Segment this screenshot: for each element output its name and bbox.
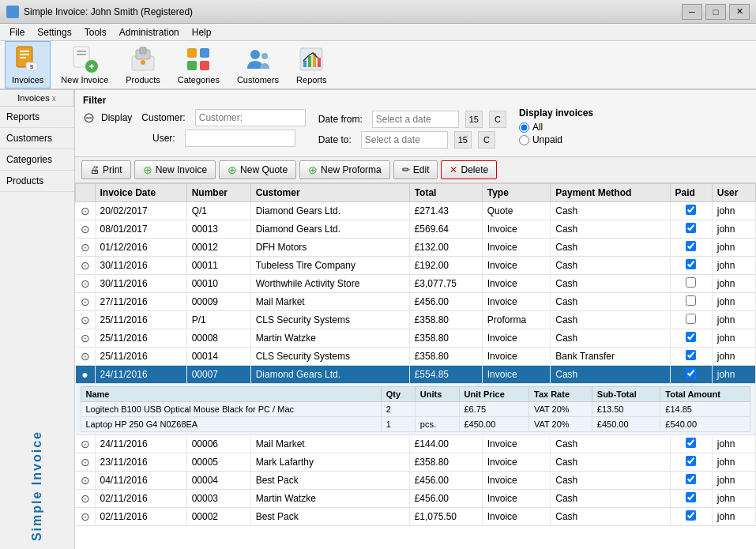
invoice-paid[interactable] [670, 490, 712, 508]
table-row[interactable]: ● 24/11/2016 00007 Diamond Gears Ltd. £5… [76, 366, 756, 384]
expand-cell[interactable]: ⊙ [76, 348, 96, 366]
table-row[interactable]: ⊙ 24/11/2016 00006 Mail Market £144.00 I… [76, 435, 756, 453]
expand-icon[interactable]: ⊙ [81, 314, 90, 326]
table-row[interactable]: ⊙ 30/11/2016 00010 Worthwhile Activity S… [76, 275, 756, 293]
sidebar-item-categories[interactable]: Categories [0, 149, 74, 171]
paid-checkbox[interactable] [686, 241, 696, 251]
invoice-paid[interactable] [670, 329, 712, 348]
invoice-paid[interactable] [670, 508, 712, 526]
expand-icon[interactable]: ⊙ [81, 259, 90, 272]
edit-button[interactable]: ✏ Edit [393, 160, 438, 179]
close-button[interactable]: ✕ [729, 4, 750, 20]
delete-button[interactable]: ✕ Delete [441, 160, 497, 179]
invoice-paid[interactable] [670, 366, 712, 384]
date-to-calendar-btn[interactable]: 15 [454, 131, 472, 149]
table-row[interactable]: ⊙ 25/11/2016 00014 CLS Security Systems … [76, 348, 756, 366]
expand-icon[interactable]: ⊙ [81, 295, 90, 308]
expand-cell[interactable]: ⊙ [76, 293, 96, 311]
table-row[interactable]: ⊙ 30/11/2016 00011 Tubeless Tire Company… [76, 257, 756, 275]
maximize-button[interactable]: □ [705, 4, 726, 20]
expand-icon[interactable]: ● [81, 368, 88, 381]
menu-administration[interactable]: Administration [113, 25, 186, 39]
invoice-paid[interactable] [670, 453, 712, 472]
expand-icon[interactable]: ⊙ [81, 241, 90, 254]
expand-icon[interactable]: ⊙ [81, 474, 90, 487]
sidebar-tab-invoices[interactable]: Invoices x [0, 90, 74, 106]
date-from-clear-btn[interactable]: C [489, 111, 506, 128]
table-row[interactable]: ⊙ 02/11/2016 00003 Martin Watzke £456.00… [76, 490, 756, 508]
paid-checkbox[interactable] [686, 492, 696, 502]
invoice-paid[interactable] [670, 472, 712, 490]
close-tab-icon[interactable]: x [52, 94, 56, 103]
paid-checkbox[interactable] [686, 510, 696, 521]
invoice-paid[interactable] [670, 239, 712, 257]
table-row[interactable]: ⊙ 08/01/2017 00013 Diamond Gears Ltd. £5… [76, 220, 756, 239]
radio-unpaid[interactable] [519, 135, 529, 145]
expand-cell[interactable]: ⊙ [76, 239, 96, 257]
sidebar-item-customers[interactable]: Customers [0, 128, 74, 149]
expand-cell[interactable]: ⊙ [76, 508, 96, 526]
table-row[interactable]: ⊙ 25/11/2016 P/1 CLS Security Systems £3… [76, 311, 756, 329]
display-toggle-arrow[interactable]: ⊖ [83, 109, 95, 126]
date-to-clear-btn[interactable]: C [478, 131, 495, 149]
table-row[interactable]: ⊙ 20/02/2017 Q/1 Diamond Gears Ltd. £271… [76, 202, 756, 220]
date-to-input[interactable] [361, 131, 448, 149]
sidebar-item-products[interactable]: Products [0, 171, 74, 192]
new-quote-button[interactable]: ⊕ New Quote [219, 160, 296, 179]
invoice-paid[interactable] [670, 202, 712, 220]
paid-checkbox[interactable] [686, 438, 696, 448]
expand-cell[interactable]: ⊙ [76, 202, 96, 220]
expand-cell[interactable]: ⊙ [76, 257, 96, 275]
sidebar-item-reports[interactable]: Reports [0, 107, 74, 128]
date-from-calendar-btn[interactable]: 15 [465, 111, 483, 128]
paid-checkbox[interactable] [686, 277, 696, 288]
paid-checkbox[interactable] [686, 223, 696, 233]
paid-checkbox[interactable] [686, 368, 696, 378]
toolbar-invoices[interactable]: $ Invoices [5, 41, 51, 88]
invoice-paid[interactable] [670, 257, 712, 275]
invoice-paid[interactable] [670, 220, 712, 239]
table-row[interactable]: ⊙ 04/11/2016 00004 Best Pack £456.00 Inv… [76, 472, 756, 490]
invoice-paid[interactable] [670, 311, 712, 329]
expand-cell[interactable]: ⊙ [76, 472, 96, 490]
toolbar-reports[interactable]: Reports [289, 41, 334, 88]
toolbar-customers[interactable]: Customers [230, 41, 286, 88]
expand-cell[interactable]: ⊙ [76, 220, 96, 239]
expand-icon[interactable]: ⊙ [81, 223, 90, 235]
expand-cell[interactable]: ⊙ [76, 275, 96, 293]
invoice-paid[interactable] [670, 275, 712, 293]
expand-cell[interactable]: ⊙ [76, 311, 96, 329]
expand-icon[interactable]: ⊙ [81, 205, 90, 217]
toolbar-new-invoice[interactable]: New Invoice [54, 41, 115, 88]
table-row[interactable]: ⊙ 02/11/2016 00002 Best Pack £1,075.50 I… [76, 508, 756, 526]
radio-all[interactable] [519, 122, 529, 133]
customer-input[interactable] [195, 109, 306, 126]
expand-icon[interactable]: ⊙ [81, 510, 90, 523]
expand-cell[interactable]: ⊙ [76, 490, 96, 508]
new-proforma-button[interactable]: ⊕ New Proforma [299, 160, 390, 179]
expand-cell[interactable]: ⊙ [76, 435, 96, 453]
table-row[interactable]: ⊙ 23/11/2016 00005 Mark Lafarthy £358.80… [76, 453, 756, 472]
paid-checkbox[interactable] [686, 295, 696, 306]
toolbar-categories[interactable]: Categories [171, 41, 227, 88]
invoice-paid[interactable] [670, 293, 712, 311]
expand-icon[interactable]: ⊙ [81, 277, 90, 290]
paid-checkbox[interactable] [686, 350, 696, 360]
paid-checkbox[interactable] [686, 474, 696, 484]
print-button[interactable]: 🖨 Print [81, 160, 131, 179]
toolbar-products[interactable]: Products [118, 41, 167, 88]
expand-cell[interactable]: ● [76, 366, 96, 384]
invoice-paid[interactable] [670, 348, 712, 366]
paid-checkbox[interactable] [686, 332, 696, 342]
paid-checkbox[interactable] [686, 314, 696, 324]
menu-settings[interactable]: Settings [31, 25, 77, 39]
new-invoice-button[interactable]: ⊕ New Invoice [134, 160, 216, 179]
expand-icon[interactable]: ⊙ [81, 492, 90, 505]
paid-checkbox[interactable] [686, 205, 696, 215]
table-row[interactable]: ⊙ 01/12/2016 00012 DFH Motors £132.00 In… [76, 239, 756, 257]
expand-icon[interactable]: ⊙ [81, 350, 90, 363]
expand-icon[interactable]: ⊙ [81, 456, 90, 468]
paid-checkbox[interactable] [686, 456, 696, 466]
expand-cell[interactable]: ⊙ [76, 453, 96, 472]
paid-checkbox[interactable] [686, 259, 696, 269]
